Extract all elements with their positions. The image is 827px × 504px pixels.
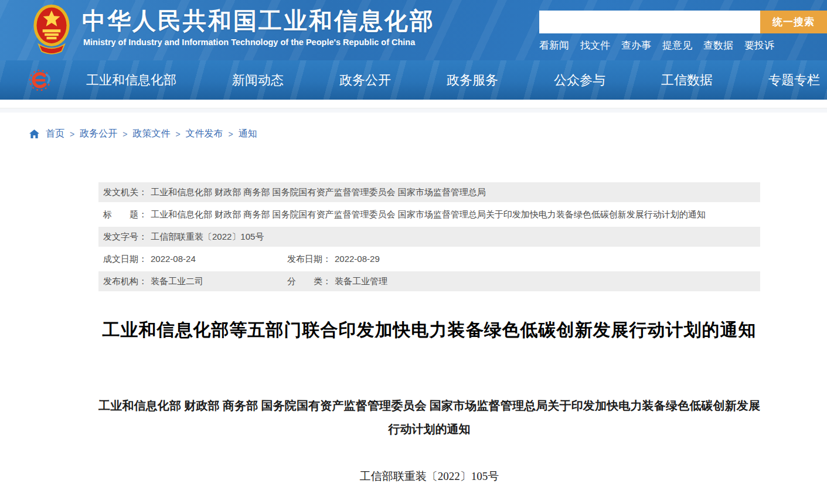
main-navigation: 工业和信息化部 新闻动态 政务公开 政务服务 公众参与 工信数据 专题专栏 (0, 60, 827, 100)
meta-value: 工业和信息化部 财政部 商务部 国务院国有资产监督管理委员会 国家市场监督管理总… (151, 205, 706, 224)
breadcrumb-separator: > (122, 130, 127, 139)
unified-search-button[interactable]: 统一搜索 (760, 11, 827, 33)
nav-item-gov-service[interactable]: 政务服务 (447, 71, 498, 89)
breadcrumb-separator: > (229, 130, 233, 139)
breadcrumb-policy-files[interactable]: 政策文件 (132, 128, 170, 140)
miit-swirl-logo-icon[interactable] (28, 68, 53, 95)
nav-item-miit[interactable]: 工业和信息化部 (86, 71, 176, 89)
meta-label: 发布日期： (287, 249, 331, 269)
meta-label: 成文日期： (103, 249, 147, 269)
breadcrumb-separator: > (70, 130, 74, 139)
breadcrumb-file-release[interactable]: 文件发布 (186, 128, 223, 140)
meta-value: 2022-08-24 (151, 249, 196, 269)
site-title: 中华人民共和国工业和信息化部 (82, 5, 435, 37)
header-quick-links: 看新闻 找文件 查办事 提意见 查数据 要投诉 (539, 39, 774, 52)
breadcrumb: 首页 > 政务公开 > 政策文件 > 文件发布 > 通知 (29, 128, 827, 140)
meta-value: 工业和信息化部 财政部 商务部 国务院国有资产监督管理委员会 国家市场监督管理总… (151, 182, 486, 202)
meta-value: 装备工业管理 (335, 271, 387, 291)
meta-label: 发文字号： (103, 227, 147, 247)
meta-label: 标 题： (103, 205, 147, 224)
quick-link-news[interactable]: 看新闻 (539, 39, 569, 52)
document-meta-table: 发文机关： 工业和信息化部 财政部 商务部 国务院国有资产监督管理委员会 国家市… (98, 182, 760, 291)
quick-link-complaint[interactable]: 要投诉 (744, 39, 774, 52)
meta-label: 发布机构： (103, 271, 147, 291)
nav-items: 工业和信息化部 新闻动态 政务公开 政务服务 公众参与 工信数据 专题专栏 (86, 60, 820, 100)
meta-label: 分 类： (287, 271, 331, 291)
nav-item-participation[interactable]: 公众参与 (554, 71, 605, 89)
quick-link-data[interactable]: 查数据 (703, 39, 733, 52)
meta-value: 装备工业二司 (151, 271, 203, 291)
home-icon[interactable] (29, 130, 39, 138)
breadcrumb-gov-info[interactable]: 政务公开 (80, 128, 117, 140)
site-header: 中华人民共和国工业和信息化部 Ministry of Industry and … (0, 0, 827, 60)
meta-row-document-number: 发文字号： 工信部联重装〔2022〕105号 (98, 227, 760, 247)
quick-link-feedback[interactable]: 提意见 (662, 39, 692, 52)
header-divider-band (0, 108, 827, 113)
breadcrumb-separator: > (175, 130, 180, 139)
article-title: 工业和信息化部等五部门联合印发加快电力装备绿色低碳创新发展行动计划的通知 (98, 320, 760, 340)
meta-row-publisher-category: 发布机构： 装备工业二司 分 类： 装备工业管理 (98, 271, 760, 291)
nav-item-data[interactable]: 工信数据 (661, 71, 713, 89)
meta-row-issuing-agency: 发文机关： 工业和信息化部 财政部 商务部 国务院国有资产监督管理委员会 国家市… (98, 182, 760, 202)
site-subtitle-english: Ministry of Industry and Information Tec… (83, 38, 415, 47)
breadcrumb-notice[interactable]: 通知 (239, 128, 257, 140)
article: 工业和信息化部等五部门联合印发加快电力装备绿色低碳创新发展行动计划的通知 工业和… (98, 320, 760, 504)
nav-item-gov-info[interactable]: 政务公开 (339, 71, 391, 89)
meta-row-dates: 成文日期： 2022-08-24 发布日期： 2022-08-29 (98, 249, 760, 269)
meta-label: 发文机关： (103, 182, 147, 202)
document-heading: 工业和信息化部 财政部 商务部 国务院国有资产监督管理委员会 国家市场监督管理总… (98, 394, 760, 441)
meta-value: 2022-08-29 (335, 249, 380, 269)
search-input[interactable] (539, 11, 760, 33)
quick-link-files[interactable]: 找文件 (580, 39, 610, 52)
nav-item-topics[interactable]: 专题专栏 (768, 71, 820, 89)
breadcrumb-home[interactable]: 首页 (46, 128, 64, 140)
meta-row-title: 标 题： 工业和信息化部 财政部 商务部 国务院国有资产监督管理委员会 国家市场… (98, 205, 760, 224)
meta-value: 工信部联重装〔2022〕105号 (151, 227, 264, 247)
quick-link-services[interactable]: 查办事 (621, 39, 651, 52)
document-number: 工信部联重装〔2022〕105号 (98, 469, 760, 484)
nav-item-news[interactable]: 新闻动态 (232, 71, 284, 89)
header-gap (0, 100, 827, 108)
national-emblem-icon[interactable] (32, 2, 72, 60)
